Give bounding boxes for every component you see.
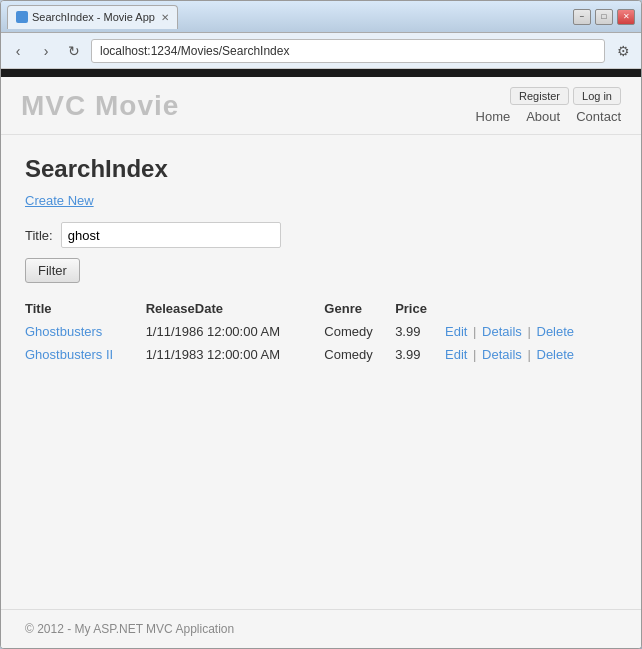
- cell-title-0: Ghostbusters: [25, 320, 146, 343]
- cell-price-1: 3.99: [395, 343, 445, 366]
- search-label: Title:: [25, 228, 53, 243]
- movie-title-link-0[interactable]: Ghostbusters: [25, 324, 102, 339]
- col-price: Price: [395, 297, 445, 320]
- maximize-button[interactable]: □: [595, 9, 613, 25]
- table-row: Ghostbusters II 1/11/1983 12:00:00 AM Co…: [25, 343, 617, 366]
- search-row: Title:: [25, 222, 617, 248]
- table-row: Ghostbusters 1/11/1986 12:00:00 AM Comed…: [25, 320, 617, 343]
- movie-title-link-1[interactable]: Ghostbusters II: [25, 347, 113, 362]
- search-input[interactable]: [61, 222, 281, 248]
- site-header: MVC Movie Register Log in Home About Con…: [1, 77, 641, 135]
- nav-home[interactable]: Home: [476, 109, 511, 124]
- minimize-button[interactable]: −: [573, 9, 591, 25]
- details-link-1[interactable]: Details: [482, 347, 522, 362]
- nav-about[interactable]: About: [526, 109, 560, 124]
- cell-genre-0: Comedy: [324, 320, 395, 343]
- title-bar: SearchIndex - Movie App ✕ − □ ✕: [1, 1, 641, 33]
- col-title: Title: [25, 297, 146, 320]
- forward-button[interactable]: ›: [35, 40, 57, 62]
- cell-actions-0: Edit | Details | Delete: [445, 320, 617, 343]
- tab-icon: [16, 11, 28, 23]
- reload-button[interactable]: ↻: [63, 40, 85, 62]
- nav-black-bar: [1, 69, 641, 77]
- site-footer: © 2012 - My ASP.NET MVC Application: [1, 609, 641, 648]
- browser-tab[interactable]: SearchIndex - Movie App ✕: [7, 5, 178, 29]
- edit-link-0[interactable]: Edit: [445, 324, 467, 339]
- page-title: SearchIndex: [25, 155, 617, 183]
- cell-actions-1: Edit | Details | Delete: [445, 343, 617, 366]
- nav-contact[interactable]: Contact: [576, 109, 621, 124]
- cell-release-1: 1/11/1983 12:00:00 AM: [146, 343, 325, 366]
- footer-text: © 2012 - My ASP.NET MVC Application: [25, 622, 234, 636]
- movie-table: Title ReleaseDate Genre Price Ghostbuste…: [25, 297, 617, 366]
- sep1-0: |: [473, 324, 476, 339]
- delete-link-1[interactable]: Delete: [537, 347, 575, 362]
- auth-links: Register Log in: [510, 87, 621, 105]
- address-input[interactable]: [91, 39, 605, 63]
- back-button[interactable]: ‹: [7, 40, 29, 62]
- window-controls: − □ ✕: [573, 9, 635, 25]
- address-bar: ‹ › ↻ ⚙: [1, 33, 641, 69]
- delete-link-0[interactable]: Delete: [537, 324, 575, 339]
- header-right: Register Log in Home About Contact: [476, 87, 621, 124]
- cell-release-0: 1/11/1986 12:00:00 AM: [146, 320, 325, 343]
- register-button[interactable]: Register: [510, 87, 569, 105]
- edit-link-1[interactable]: Edit: [445, 347, 467, 362]
- login-button[interactable]: Log in: [573, 87, 621, 105]
- cell-title-1: Ghostbusters II: [25, 343, 146, 366]
- tab-label: SearchIndex - Movie App: [32, 11, 155, 23]
- nav-links: Home About Contact: [476, 109, 621, 124]
- col-genre: Genre: [324, 297, 395, 320]
- sep2-1: |: [527, 347, 530, 362]
- close-button[interactable]: ✕: [617, 9, 635, 25]
- tab-close-icon[interactable]: ✕: [161, 12, 169, 23]
- cell-genre-1: Comedy: [324, 343, 395, 366]
- create-new-link[interactable]: Create New: [25, 193, 617, 208]
- table-header-row: Title ReleaseDate Genre Price: [25, 297, 617, 320]
- col-releasedate: ReleaseDate: [146, 297, 325, 320]
- site-logo: MVC Movie: [21, 90, 179, 122]
- col-actions: [445, 297, 617, 320]
- details-link-0[interactable]: Details: [482, 324, 522, 339]
- app-content: MVC Movie Register Log in Home About Con…: [1, 69, 641, 648]
- sep1-1: |: [473, 347, 476, 362]
- filter-button[interactable]: Filter: [25, 258, 80, 283]
- settings-icon[interactable]: ⚙: [611, 39, 635, 63]
- main-content: SearchIndex Create New Title: Filter Tit…: [1, 135, 641, 609]
- window-frame: SearchIndex - Movie App ✕ − □ ✕ ‹ › ↻ ⚙ …: [0, 0, 642, 649]
- sep2-0: |: [527, 324, 530, 339]
- cell-price-0: 3.99: [395, 320, 445, 343]
